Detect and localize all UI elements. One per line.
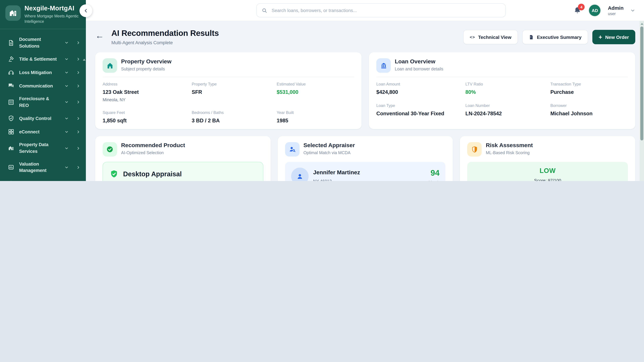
field-estimated-value: Estimated Value $531,000 xyxy=(277,82,354,102)
executive-summary-button[interactable]: Executive Summary xyxy=(522,30,588,44)
sidebar-item-label: Quality Control xyxy=(19,115,58,122)
chevron-down-icon[interactable] xyxy=(63,69,70,76)
document-icon xyxy=(8,39,15,46)
field-square-feet: Square Feet 1,850 sqft xyxy=(103,110,188,124)
card-subtitle: Subject property details xyxy=(121,67,172,71)
chevron-down-icon[interactable] xyxy=(63,82,70,90)
sidebar-scrollbar[interactable] xyxy=(83,61,86,181)
page-scrollbar-thumb[interactable] xyxy=(640,26,643,140)
chevron-down-icon[interactable] xyxy=(63,39,70,46)
code-icon: <> xyxy=(470,35,475,39)
page-header: ← AI Recommendation Results Multi-Agent … xyxy=(95,28,635,45)
chevron-down-icon[interactable] xyxy=(63,55,70,63)
sidebar-item-foreclosure-reo[interactable]: Foreclosure & REO xyxy=(0,93,86,112)
property-overview-card: Property Overview Subject property detai… xyxy=(95,52,362,129)
sidebar-item-title-settlement[interactable]: Title & Settlement xyxy=(0,52,86,66)
executive-summary-label: Executive Summary xyxy=(537,34,582,40)
field-address: Address 123 Oak Street Mineola, NY xyxy=(103,82,188,102)
scroll-up-arrow[interactable] xyxy=(641,23,643,25)
card-title: Selected Appraiser xyxy=(304,142,355,149)
card-title: Recommended Product xyxy=(121,142,185,149)
chevron-right-icon[interactable] xyxy=(74,55,82,63)
technical-view-button[interactable]: <> Technical View xyxy=(464,30,518,44)
chevron-right-icon[interactable] xyxy=(74,164,82,171)
chevron-right-icon[interactable] xyxy=(74,98,82,106)
avatar[interactable]: AD xyxy=(588,4,601,17)
sidebar-item-loss-mitigation[interactable]: Loss Mitigation xyxy=(0,66,86,79)
chevron-down-icon[interactable] xyxy=(63,180,70,181)
gavel-icon xyxy=(8,55,15,63)
user-info[interactable]: Admin user xyxy=(608,5,624,16)
chevron-right-icon[interactable] xyxy=(74,82,82,90)
home-logo-icon xyxy=(9,9,18,17)
field-borrower: Borrower Michael Johnson xyxy=(550,103,628,117)
brand-title: Nexgile-MortgAI xyxy=(24,5,81,12)
global-search[interactable] xyxy=(256,3,506,17)
shield-half-icon xyxy=(8,180,15,181)
person-search-icon xyxy=(285,142,299,157)
new-order-button[interactable]: + New Order xyxy=(592,30,635,44)
page-content: ← AI Recommendation Results Multi-Agent … xyxy=(86,21,644,181)
chevron-right-icon[interactable] xyxy=(74,69,82,76)
grid-icon xyxy=(8,128,15,136)
shield-check-icon xyxy=(110,170,118,178)
card-subtitle: Optimal Match via MCDA xyxy=(304,150,355,155)
sidebar-item-valuation-management[interactable]: Valuation Management xyxy=(0,158,86,177)
chevron-right-icon[interactable] xyxy=(74,39,82,46)
document-icon xyxy=(528,34,534,40)
field-ltv-ratio: LTV Ratio 80% xyxy=(466,82,547,95)
sidebar-header: Nexgile-MortgAI Where Mortgage Meets Age… xyxy=(0,0,86,29)
sidebar-item-econnect[interactable]: eConnect xyxy=(0,125,86,139)
field-bed-bath: Bedrooms / Baths 3 BD / 2 BA xyxy=(192,110,273,124)
search-input[interactable] xyxy=(271,7,500,13)
match-score: 94 xyxy=(428,168,440,177)
chevron-down-icon[interactable] xyxy=(63,128,70,136)
appraiser-avatar xyxy=(291,168,308,181)
page-subtitle: Multi-Agent Analysis Complete xyxy=(111,40,219,45)
app-root: Nexgile-MortgAI Where Mortgage Meets Age… xyxy=(0,0,644,181)
sidebar-item-quality-control[interactable]: Quality Control xyxy=(0,112,86,125)
sidebar-item-property-data-services[interactable]: Property Data Services xyxy=(0,139,86,158)
risk-level-box: LOW Score: 97/100 xyxy=(468,162,628,181)
chevron-down-icon[interactable] xyxy=(63,115,70,122)
field-transaction-type: Transaction Type Purchase xyxy=(550,82,628,95)
sidebar-item-label: Loss Mitigation xyxy=(19,69,58,76)
sidebar-item-risk-monitoring[interactable]: Risk Monitoring xyxy=(0,177,86,181)
sidebar-item-label: Foreclosure & REO xyxy=(19,96,58,109)
bank-icon xyxy=(376,58,391,73)
sidebar-item-document-solutions[interactable]: Document Solutions xyxy=(0,33,86,52)
card-title: Risk Assessment xyxy=(486,142,533,149)
back-button[interactable]: ← xyxy=(95,31,104,40)
field-loan-number: Loan Number LN-2024-78542 xyxy=(466,103,547,117)
match-label: Match xyxy=(428,180,440,181)
card-title: Property Overview xyxy=(121,58,172,65)
sidebar-item-communication[interactable]: Communication xyxy=(0,79,86,93)
card-title: Loan Overview xyxy=(395,58,443,65)
sidebar-item-label: eConnect xyxy=(19,129,58,135)
sidebar-item-label: Document Solutions xyxy=(19,36,58,49)
field-loan-type: Loan Type Conventional 30-Year Fixed xyxy=(376,103,462,117)
chevron-right-icon[interactable] xyxy=(74,128,82,136)
scroll-up-arrow[interactable] xyxy=(83,59,86,61)
sidebar-item-label: Valuation Management xyxy=(19,161,58,174)
sidebar-item-label: Property Data Services xyxy=(19,142,58,155)
notification-badge: 4 xyxy=(578,3,585,10)
sidebar-collapse-button[interactable] xyxy=(80,4,92,17)
chevron-right-icon[interactable] xyxy=(74,115,82,122)
brand-logo xyxy=(5,5,21,21)
notifications-button[interactable]: 4 xyxy=(574,6,582,14)
page-scrollbar[interactable] xyxy=(640,21,644,181)
chevron-right-icon[interactable] xyxy=(74,144,82,152)
recommended-product-highlight: Desktop Appraisal xyxy=(103,162,263,181)
appraiser-highlight: Jennifer Martinez NY-46012 94 Match xyxy=(285,162,446,181)
chevron-down-icon[interactable] xyxy=(63,164,70,171)
chevron-right-icon[interactable] xyxy=(74,180,82,181)
appraiser-license: NY-46012 xyxy=(313,179,360,181)
chevron-down-icon[interactable] xyxy=(63,98,70,106)
brand-tagline: Where Mortgage Meets Agentic Intelligenc… xyxy=(24,13,81,24)
chevron-down-icon[interactable] xyxy=(63,144,70,152)
user-menu-chevron-icon[interactable] xyxy=(630,8,635,13)
house-data-icon xyxy=(8,144,15,152)
recommended-product-card: Recommended Product AI-Optimized Selecti… xyxy=(95,136,270,181)
topbar: 4 AD Admin user xyxy=(86,0,644,21)
